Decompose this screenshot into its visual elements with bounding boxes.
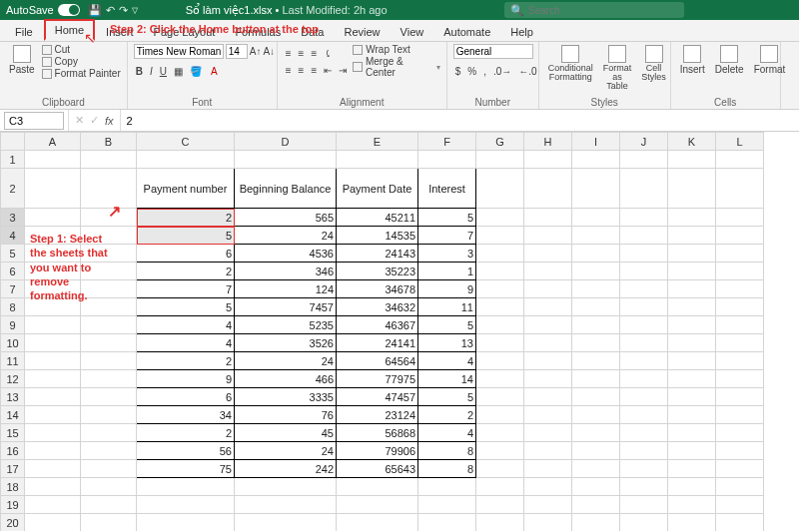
col-header-B[interactable]: B (81, 133, 137, 151)
spreadsheet-grid[interactable]: ABCDEFGHIJKL 12Payment numberBeginning B… (0, 132, 799, 531)
cell-G3[interactable] (476, 209, 524, 227)
row-header-13[interactable]: 13 (1, 388, 25, 406)
cell-D2[interactable]: Beginning Balance (235, 169, 337, 209)
cell-I15[interactable] (572, 424, 620, 442)
row-header-10[interactable]: 10 (1, 334, 25, 352)
cell-F8[interactable]: 11 (418, 298, 476, 316)
cell-C9[interactable]: 4 (137, 316, 235, 334)
cell-L15[interactable] (716, 424, 764, 442)
cell-E8[interactable]: 34632 (337, 298, 418, 316)
cell-E14[interactable]: 23124 (337, 406, 418, 424)
cell-E19[interactable] (337, 496, 418, 514)
wrap-text-button[interactable]: Wrap Text (353, 44, 439, 55)
cell-K10[interactable] (668, 334, 716, 352)
cell-K9[interactable] (668, 316, 716, 334)
cell-G1[interactable] (476, 151, 524, 169)
cell-L16[interactable] (716, 442, 764, 460)
cell-K19[interactable] (668, 496, 716, 514)
cell-F20[interactable] (418, 514, 476, 532)
row-header-20[interactable]: 20 (1, 514, 25, 532)
row-header-14[interactable]: 14 (1, 406, 25, 424)
cell-A20[interactable] (25, 514, 81, 532)
cell-I12[interactable] (572, 370, 620, 388)
cell-C16[interactable]: 56 (137, 442, 235, 460)
search-box[interactable]: 🔍 (504, 2, 684, 18)
cell-I1[interactable] (572, 151, 620, 169)
cell-C12[interactable]: 9 (137, 370, 235, 388)
format-as-table-button[interactable]: Format as Table (600, 44, 635, 92)
cell-L11[interactable] (716, 352, 764, 370)
cell-J17[interactable] (620, 460, 668, 478)
row-header-6[interactable]: 6 (1, 263, 25, 280)
format-cells-button[interactable]: Format (751, 44, 789, 76)
cell-J11[interactable] (620, 352, 668, 370)
cell-L1[interactable] (716, 151, 764, 169)
cell-I5[interactable] (572, 245, 620, 263)
cell-D9[interactable]: 5235 (235, 316, 337, 334)
cell-B9[interactable] (81, 316, 137, 334)
cell-L7[interactable] (716, 280, 764, 298)
cell-C13[interactable]: 6 (137, 388, 235, 406)
cell-D20[interactable] (235, 514, 337, 532)
cell-H16[interactable] (524, 442, 572, 460)
cell-J1[interactable] (620, 151, 668, 169)
cell-D7[interactable]: 124 (235, 280, 337, 298)
cell-K7[interactable] (668, 280, 716, 298)
cancel-icon[interactable]: ✕ (75, 114, 84, 127)
cell-B18[interactable] (81, 478, 137, 496)
cell-I8[interactable] (572, 298, 620, 316)
cell-D13[interactable]: 3335 (235, 388, 337, 406)
select-all-corner[interactable] (1, 133, 25, 151)
cell-A9[interactable] (25, 316, 81, 334)
formula-input[interactable]: 2 (121, 115, 799, 127)
cell-E10[interactable]: 24141 (337, 334, 418, 352)
cell-L3[interactable] (716, 209, 764, 227)
italic-button[interactable]: I (148, 65, 155, 78)
indent-dec-icon[interactable]: ⇤ (322, 64, 334, 77)
tab-automate[interactable]: Automate (434, 23, 499, 41)
cell-F7[interactable]: 9 (418, 280, 476, 298)
paste-button[interactable]: Paste (6, 44, 38, 76)
cell-G7[interactable] (476, 280, 524, 298)
cell-J14[interactable] (620, 406, 668, 424)
cell-J10[interactable] (620, 334, 668, 352)
cell-K11[interactable] (668, 352, 716, 370)
cell-F13[interactable]: 5 (418, 388, 476, 406)
cell-G10[interactable] (476, 334, 524, 352)
cell-G12[interactable] (476, 370, 524, 388)
cell-L10[interactable] (716, 334, 764, 352)
cell-D3[interactable]: 565 (235, 209, 337, 227)
dec-decimal-icon[interactable]: ←.0 (516, 65, 538, 78)
cell-I6[interactable] (572, 263, 620, 280)
cell-F15[interactable]: 4 (418, 424, 476, 442)
cell-G13[interactable] (476, 388, 524, 406)
cell-C15[interactable]: 2 (137, 424, 235, 442)
cell-D18[interactable] (235, 478, 337, 496)
col-header-I[interactable]: I (572, 133, 620, 151)
undo-icon[interactable]: ↶ (106, 4, 115, 17)
col-header-K[interactable]: K (668, 133, 716, 151)
currency-icon[interactable]: $ (453, 65, 463, 78)
underline-button[interactable]: U (158, 65, 169, 78)
delete-cells-button[interactable]: Delete (712, 44, 747, 76)
cell-G2[interactable] (476, 169, 524, 209)
cell-J4[interactable] (620, 227, 668, 245)
cell-J3[interactable] (620, 209, 668, 227)
cell-D5[interactable]: 4536 (235, 245, 337, 263)
cell-E4[interactable]: 14535 (337, 227, 418, 245)
cell-H19[interactable] (524, 496, 572, 514)
cell-L18[interactable] (716, 478, 764, 496)
cell-J9[interactable] (620, 316, 668, 334)
row-header-3[interactable]: 3 (1, 209, 25, 227)
cell-F3[interactable]: 5 (418, 209, 476, 227)
cell-B12[interactable] (81, 370, 137, 388)
cell-I13[interactable] (572, 388, 620, 406)
cell-H5[interactable] (524, 245, 572, 263)
cell-I20[interactable] (572, 514, 620, 532)
cell-K17[interactable] (668, 460, 716, 478)
cell-L12[interactable] (716, 370, 764, 388)
cell-I16[interactable] (572, 442, 620, 460)
cell-H17[interactable] (524, 460, 572, 478)
cell-D15[interactable]: 45 (235, 424, 337, 442)
cell-F12[interactable]: 14 (418, 370, 476, 388)
